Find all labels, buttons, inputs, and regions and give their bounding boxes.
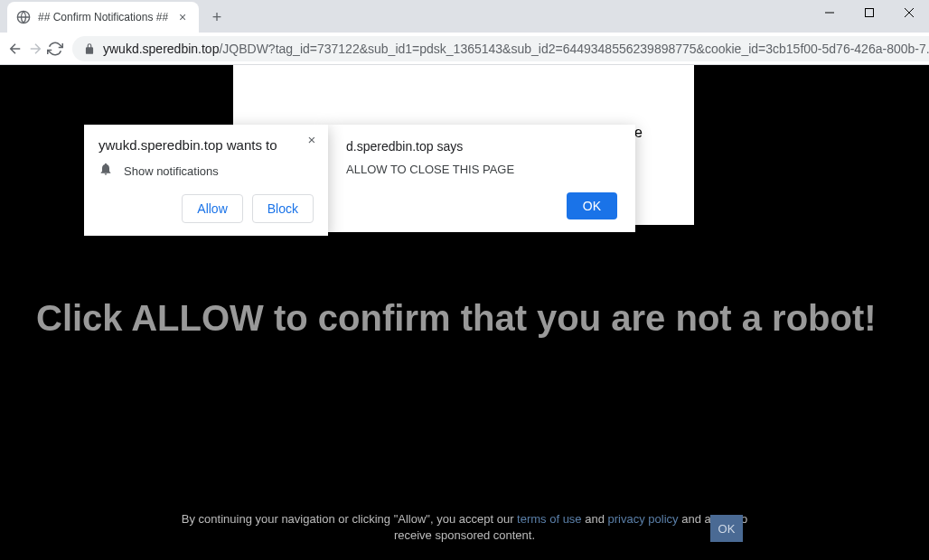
main-heading: Click ALLOW to confirm that you are not …	[36, 298, 877, 339]
forward-button[interactable]	[27, 36, 43, 61]
bell-icon	[99, 162, 113, 180]
svg-rect-1	[866, 9, 874, 17]
alert-dialog: d.speredbin.top says ALLOW TO CLOSE THIS…	[328, 125, 635, 232]
terms-link[interactable]: terms of use	[517, 512, 582, 526]
block-button[interactable]: Block	[252, 194, 314, 223]
page-content: ue More info Click ALLOW to confirm that…	[0, 65, 929, 560]
permission-label: Show notifications	[124, 164, 219, 178]
reload-button[interactable]	[47, 36, 63, 61]
alert-message: ALLOW TO CLOSE THIS PAGE	[346, 163, 617, 176]
close-icon[interactable]: ×	[305, 132, 319, 146]
privacy-link[interactable]: privacy policy	[608, 512, 679, 526]
tab-title: ## Confirm Notifications ##	[38, 11, 168, 23]
address-bar[interactable]: ywukd.speredbin.top/JQBDW?tag_id=737122&…	[72, 36, 929, 61]
minimize-button[interactable]	[810, 0, 849, 25]
globe-icon	[16, 10, 31, 24]
lock-icon	[83, 42, 96, 55]
back-button[interactable]	[7, 36, 23, 61]
footer-ok-button[interactable]: OK	[710, 515, 743, 542]
browser-tab[interactable]: ## Confirm Notifications ## ×	[7, 2, 199, 33]
window-controls	[810, 0, 929, 25]
permission-origin: ywukd.speredbin.top wants to	[99, 137, 314, 153]
notification-permission-popup: × ywukd.speredbin.top wants to Show noti…	[84, 125, 328, 236]
new-tab-button[interactable]: +	[204, 5, 230, 30]
browser-titlebar: ## Confirm Notifications ## × +	[0, 0, 929, 33]
maximize-button[interactable]	[849, 0, 889, 25]
close-icon[interactable]: ×	[175, 10, 190, 24]
browser-toolbar: ywukd.speredbin.top/JQBDW?tag_id=737122&…	[0, 33, 929, 65]
alert-ok-button[interactable]: OK	[567, 192, 617, 219]
allow-button[interactable]: Allow	[182, 194, 242, 223]
footer-text: By continuing your navigation or clickin…	[0, 511, 929, 544]
close-window-button[interactable]	[889, 0, 929, 25]
url-text: ywukd.speredbin.top/JQBDW?tag_id=737122&…	[103, 42, 929, 56]
alert-origin: d.speredbin.top says	[346, 139, 617, 154]
